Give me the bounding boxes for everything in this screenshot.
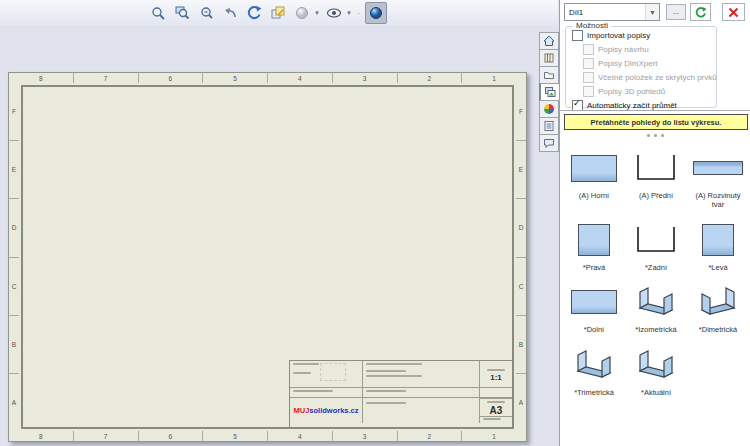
scale-value: 1:1 (490, 373, 502, 382)
refresh-icon (694, 6, 707, 19)
view-thumbnail-rozvinuty-tvar[interactable]: (A) Rozvinutý tvar (687, 142, 749, 210)
top-view-thumb[interactable] (571, 155, 617, 182)
view-thumbnail-leva[interactable]: *Levá (687, 214, 749, 272)
view-toolbar: ▼ ▼ · (0, 0, 558, 25)
chevron-down-icon[interactable]: ▼ (645, 4, 659, 20)
zone-ruler-left: F E D C B A (9, 83, 19, 431)
tab-file-explorer[interactable] (539, 66, 559, 83)
folder-icon (543, 69, 555, 81)
checkbox-icon[interactable] (572, 30, 583, 41)
dimetric-view-thumb[interactable] (696, 284, 740, 320)
zoom-in-out-icon[interactable] (196, 3, 216, 23)
home-icon (543, 35, 555, 47)
isometric-view-thumb[interactable] (634, 284, 678, 320)
flat-pattern-thumb[interactable] (693, 161, 743, 175)
view-thumbnail-prava[interactable]: *Pravá (563, 214, 625, 272)
rotate-view-icon[interactable] (244, 3, 264, 23)
right-view-thumb[interactable] (578, 224, 610, 256)
zone-ruler-right: F E D C B A (516, 83, 526, 431)
hide-show-caret-icon[interactable]: ▼ (346, 10, 352, 16)
view-palette-panel: Díl1 ▼ ... Možnosti Importovat popisy Po… (559, 0, 750, 446)
tab-solidworks-forum[interactable] (539, 134, 559, 152)
sheet-format-value: A3 (490, 405, 503, 416)
view-thumbnail-horni[interactable]: (A) Horní (563, 142, 625, 210)
back-view-thumb[interactable] (634, 225, 678, 255)
zoom-to-area-icon[interactable] (172, 3, 192, 23)
tab-appearances[interactable] (539, 100, 559, 117)
left-view-thumb[interactable] (702, 224, 734, 256)
forum-bubble-icon (543, 137, 555, 149)
tab-solidworks-resources[interactable] (539, 32, 559, 49)
display-style-icon[interactable] (292, 3, 312, 23)
checkbox-icon (583, 72, 594, 83)
view-thumbnail-zadni[interactable]: *Zadní (625, 214, 687, 272)
checkbox-design-annotations: Popisy návrhu (583, 44, 716, 55)
view-settings-icon[interactable] (365, 2, 387, 24)
title-block: 1:1 MUJsolidworks.cz A3 (289, 360, 512, 427)
view-palette-icon (544, 86, 556, 98)
mujsolidworks-logo: MUJsolidworks.cz (290, 398, 363, 423)
design-library-icon (543, 52, 555, 64)
toolbar-separator: · (357, 8, 360, 18)
model-select-combo[interactable]: Díl1 ▼ (564, 3, 660, 21)
solidworks-window: ▼ ▼ · 8 7 6 5 4 3 2 1 8 7 6 5 4 (0, 0, 750, 446)
display-style-caret-icon[interactable]: ▼ (314, 10, 320, 16)
checkbox-icon (583, 86, 594, 97)
checkbox-dimxpert-annotations: Popisy DimXpert (583, 58, 716, 69)
checkbox-import-annotations[interactable]: Importovat popisy (572, 30, 716, 41)
tab-custom-properties[interactable] (539, 117, 559, 134)
view-thumbnail-dolni[interactable]: *Dolní (563, 276, 625, 334)
bottom-view-thumb[interactable] (571, 290, 617, 314)
task-pane-tabstrip (539, 32, 559, 152)
palette-splitter-handle[interactable] (560, 132, 750, 138)
tab-design-library[interactable] (539, 49, 559, 66)
options-group: Možnosti Importovat popisy Popisy návrhu… (565, 26, 717, 108)
view-palette-grid: (A) Horní (A) Přední (A) Rozvinutý tvar … (562, 142, 750, 397)
model-select-value: Díl1 (565, 8, 645, 17)
hide-show-items-icon[interactable] (324, 3, 344, 23)
checkbox-include-hidden-items: Včetně položek ze skrytých prvků (583, 72, 716, 83)
zone-ruler-bottom: 8 7 6 5 4 3 2 1 (9, 431, 526, 441)
drawing-sheet[interactable]: 8 7 6 5 4 3 2 1 8 7 6 5 4 3 2 1 F E D C … (8, 72, 527, 442)
zone-ruler-top: 8 7 6 5 4 3 2 1 (9, 73, 526, 83)
pan-3d-view-icon[interactable] (268, 3, 288, 23)
checkbox-icon (583, 58, 594, 69)
browse-button[interactable]: ... (666, 4, 686, 20)
properties-form-icon (543, 120, 555, 132)
title-block-stamp (320, 363, 346, 381)
zoom-to-fit-icon[interactable] (148, 3, 168, 23)
close-button[interactable] (722, 3, 745, 21)
checkbox-icon (583, 44, 594, 55)
trimetric-view-thumb[interactable] (572, 347, 616, 383)
checkbox-3d-view-annotations: Popisy 3D pohledů (583, 86, 716, 97)
view-thumbnail-izometricka[interactable]: *Izometrická (625, 276, 687, 334)
appearances-ball-icon (543, 103, 555, 115)
current-view-thumb[interactable] (634, 347, 678, 383)
view-thumbnail-aktualni[interactable]: *Aktuální (625, 339, 687, 397)
previous-view-icon[interactable] (220, 3, 240, 23)
front-view-thumb[interactable] (634, 153, 678, 183)
view-thumbnail-dimetricka[interactable]: *Dimetrická (687, 276, 749, 334)
close-x-icon (728, 7, 739, 18)
refresh-button[interactable] (690, 3, 711, 21)
drag-views-hint: Přetáhněte pohledy do listu výkresu. (564, 114, 748, 130)
view-thumbnail-trimetricka[interactable]: *Trimetrická (563, 339, 625, 397)
view-thumbnail-predni[interactable]: (A) Přední (625, 142, 687, 210)
options-group-title: Možnosti (573, 21, 611, 30)
tab-view-palette[interactable] (539, 83, 560, 100)
